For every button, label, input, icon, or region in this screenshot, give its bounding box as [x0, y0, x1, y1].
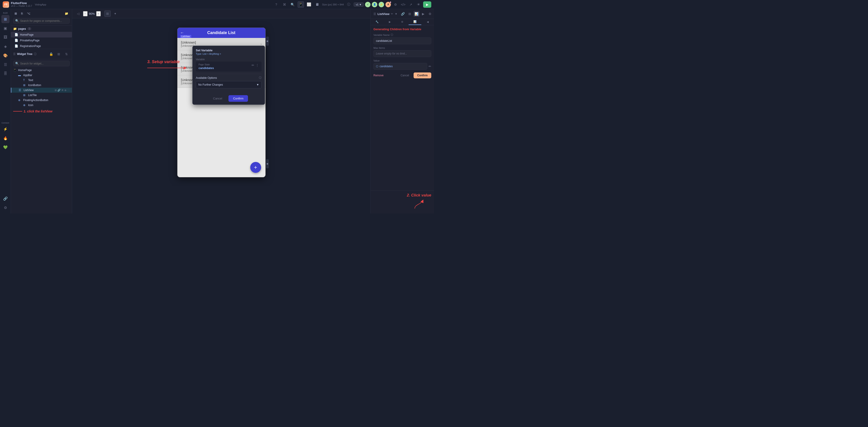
widget-fab[interactable]: ⊕ FloatingActionButton 🔗 ⊕ ⋯: [11, 98, 72, 103]
rp-value-row: ⬡ candidates ✏: [373, 63, 431, 70]
rp-tab-0[interactable]: 🔧: [371, 19, 383, 25]
widget-icon[interactable]: ⊕ Icon: [11, 103, 72, 108]
avatar[interactable]: A 3: [385, 2, 391, 7]
rp-icon-settings[interactable]: ⚙: [427, 11, 433, 17]
rp-tab-3[interactable]: 📊: [409, 19, 421, 25]
rp-value-chip[interactable]: ⬡ candidates: [373, 63, 427, 70]
shortcut-btn[interactable]: ⌥: [26, 11, 32, 16]
zoom-out-btn[interactable]: −: [83, 11, 88, 16]
version-badge[interactable]: v1 ▼: [354, 2, 364, 7]
frame-btn[interactable]: ⊞: [104, 10, 111, 17]
iconbtn-link-icon[interactable]: 🔗: [66, 84, 70, 87]
dialog-cancel-btn[interactable]: Cancel: [209, 95, 226, 102]
fab-link-icon[interactable]: 🔗: [61, 99, 64, 102]
edit-variable-btn[interactable]: ✏: [252, 63, 254, 67]
widget-more-btn[interactable]: ⋯: [67, 69, 70, 72]
rp-icon-link[interactable]: 🔗: [400, 11, 406, 17]
pages-search-input[interactable]: [20, 19, 68, 23]
phone-fab[interactable]: +: [250, 162, 261, 173]
widget-search-input[interactable]: [20, 62, 68, 65]
rp-confirm-btn[interactable]: Confirm: [413, 73, 431, 78]
widget-settings-btn[interactable]: ⚙: [64, 69, 66, 72]
info-btn[interactable]: ⓘ: [345, 1, 352, 8]
zoom-level: 90%: [89, 12, 95, 16]
rp-tab-2[interactable]: ⚙: [396, 19, 409, 25]
pages-search[interactable]: 🔍: [13, 18, 70, 24]
supabase-icon[interactable]: 💚: [1, 143, 9, 151]
more-variable-btn[interactable]: ⋮: [256, 63, 259, 67]
rp-max-items-value[interactable]: Leave empty for no limit...: [373, 50, 431, 57]
grid-icon[interactable]: ⊞: [56, 51, 62, 57]
rp-tab-1[interactable]: ▶: [383, 19, 396, 25]
copy-btn[interactable]: ⎘: [20, 11, 24, 16]
dialog-header: Set Variable Type: List < Anything >: [193, 46, 265, 56]
right-panel-tabs: 🔧 ▶ ⚙ 📊 ◀: [371, 19, 434, 25]
widget-homepage[interactable]: 📱 HomePage ⊕ ⚙ ⋯: [11, 68, 72, 73]
check-icon: ✓: [365, 2, 370, 7]
toggle-panel-btn[interactable]: ◁: [75, 10, 81, 17]
widget-tree-header: ☰ Widget Tree ⓘ 🔒 ⊞ ⇅: [11, 49, 72, 59]
widget-search-bar[interactable]: 🔍: [11, 59, 72, 68]
external-link-btn[interactable]: ↗: [408, 1, 414, 8]
integrations-icon[interactable]: 🔗: [1, 194, 9, 203]
page-item-privatekeypage[interactable]: 📄 PrivateKeyPage: [11, 37, 72, 43]
code-btn[interactable]: </>: [400, 1, 406, 8]
rp-icon-play[interactable]: ▶: [421, 11, 426, 17]
desktop-device-btn[interactable]: 🖥: [314, 1, 320, 8]
responsive-btn[interactable]: ✦: [112, 10, 118, 17]
fab-add-btn[interactable]: ⊕: [64, 99, 66, 102]
widget-listtile[interactable]: ⊞ ListTile: [11, 93, 72, 98]
page-item-registrationpage[interactable]: 📄 RegistrationPage: [11, 43, 72, 49]
right-panel-list-icon: ☰: [373, 12, 376, 16]
listview-add-btn[interactable]: ⊕: [64, 89, 66, 92]
text-widget-icon: T: [23, 79, 27, 82]
user-icon: 👤: [372, 2, 377, 7]
assets-icon[interactable]: 🖼: [1, 33, 9, 41]
page-item-homepage[interactable]: 📄 HomePage: [11, 32, 72, 37]
rp-remove-btn[interactable]: Remove: [373, 74, 384, 77]
listview-icon2[interactable]: ⊞: [55, 89, 57, 92]
dialog-confirm-btn[interactable]: Confirm: [228, 95, 248, 102]
firebase-icon[interactable]: 🔥: [1, 134, 9, 142]
add-widget-btn[interactable]: ⊞: [13, 11, 19, 16]
widget-appbar[interactable]: ▬ AppBar ⋯: [11, 73, 72, 78]
components-icon[interactable]: ▣: [1, 24, 9, 32]
rp-value-edit-btn[interactable]: ✏: [429, 64, 431, 68]
nav-icon[interactable]: ☰: [1, 60, 9, 68]
rp-icon-chart[interactable]: 📊: [413, 11, 420, 17]
listview-eye-icon[interactable]: 👁: [61, 89, 64, 92]
lock-icon[interactable]: 🔒: [48, 51, 54, 57]
zoom-in-btn[interactable]: +: [96, 11, 101, 16]
settings-sidebar-icon[interactable]: ⚙: [1, 203, 9, 212]
rp-tab-4[interactable]: ◀: [421, 19, 434, 25]
pages-icon[interactable]: ⊞: [1, 15, 9, 23]
widget-add-btn[interactable]: ⊕: [61, 69, 64, 72]
rp-cancel-btn[interactable]: Cancel: [398, 73, 412, 78]
search-btn[interactable]: 🔍: [289, 1, 296, 8]
state-icon[interactable]: ◈: [1, 42, 9, 50]
cmd-btn[interactable]: ⌘: [281, 1, 288, 8]
fab-more-btn[interactable]: ⋯: [67, 99, 70, 102]
api-icon[interactable]: ⚡: [1, 125, 9, 133]
rp-icon-wand[interactable]: ✦: [393, 11, 399, 17]
sort-icon[interactable]: ⇅: [63, 51, 70, 57]
appbar-more-btn[interactable]: ⋯: [67, 74, 70, 77]
preview-btn[interactable]: 👁: [415, 1, 422, 8]
available-options-dropdown[interactable]: No Further Changes ▼: [196, 81, 261, 88]
phone-back-btn[interactable]: ←: [180, 30, 184, 35]
widget-iconbutton[interactable]: ⊞ IconButton 🔗: [11, 83, 72, 88]
right-panel-edit-icon[interactable]: ✏: [391, 12, 393, 16]
settings-btn[interactable]: ⚙: [392, 1, 399, 8]
tablet-device-btn[interactable]: ⬜: [306, 1, 312, 8]
phone-device-btn[interactable]: 📱: [298, 1, 304, 8]
listview-link-icon[interactable]: 🔗: [57, 89, 61, 92]
folder-btn[interactable]: 📁: [63, 11, 70, 16]
widget-text[interactable]: T Text: [11, 78, 72, 83]
publish-btn[interactable]: ▶: [423, 1, 431, 8]
listview-more-btn[interactable]: ⋯: [67, 89, 70, 92]
rp-icon-grid[interactable]: ⊞: [407, 11, 413, 17]
help-btn[interactable]: ?: [273, 1, 279, 8]
theme-icon[interactable]: 🎨: [1, 51, 9, 59]
widget-listview[interactable]: ☰ ListView ⊞ 🔗 👁 ⊕ ⋯: [11, 88, 72, 93]
data-icon[interactable]: 🗄: [1, 69, 9, 78]
